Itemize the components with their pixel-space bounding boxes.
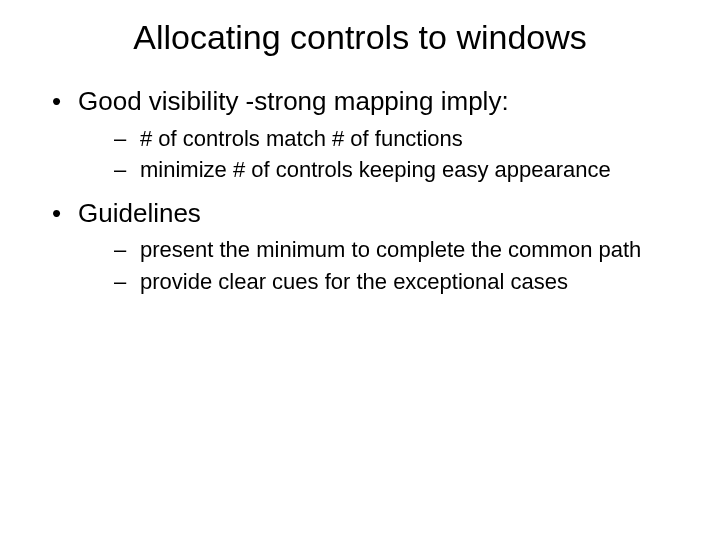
slide: Allocating controls to windows Good visi…: [0, 0, 720, 540]
bullet-text: provide clear cues for the exceptional c…: [140, 269, 568, 294]
list-item: # of controls match # of functions: [78, 124, 676, 154]
slide-title: Allocating controls to windows: [44, 18, 676, 57]
bullet-text: # of controls match # of functions: [140, 126, 463, 151]
bullet-text: minimize # of controls keeping easy appe…: [140, 157, 611, 182]
list-item: present the minimum to complete the comm…: [78, 235, 676, 265]
bullet-text: Guidelines: [78, 198, 201, 228]
bullet-text: present the minimum to complete the comm…: [140, 237, 641, 262]
list-item: Good visibility -strong mapping imply: #…: [44, 85, 676, 185]
list-item: provide clear cues for the exceptional c…: [78, 267, 676, 297]
sub-list: # of controls match # of functions minim…: [78, 124, 676, 185]
bullet-list: Good visibility -strong mapping imply: #…: [44, 85, 676, 297]
bullet-text: Good visibility -strong mapping imply:: [78, 86, 509, 116]
list-item: Guidelines present the minimum to comple…: [44, 197, 676, 297]
sub-list: present the minimum to complete the comm…: [78, 235, 676, 296]
list-item: minimize # of controls keeping easy appe…: [78, 155, 676, 185]
